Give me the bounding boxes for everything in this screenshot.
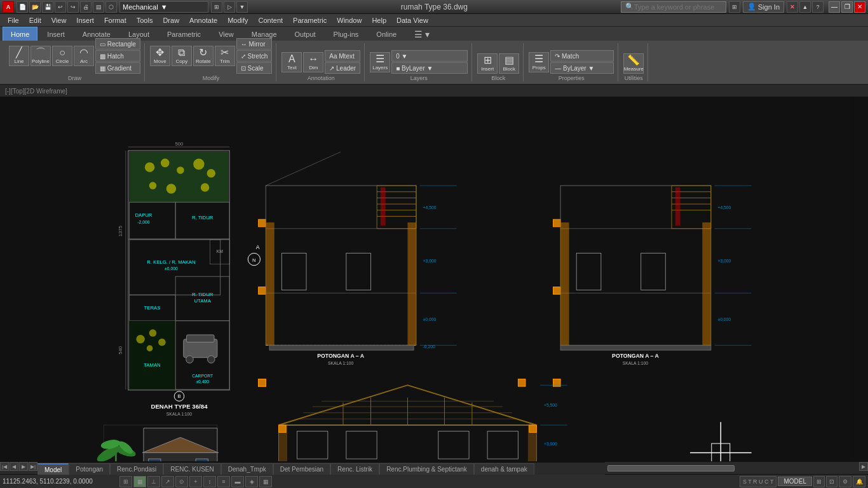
tab-extra[interactable]: ☰ ▾: [406, 27, 438, 41]
redo-icon[interactable]: ↪: [67, 1, 79, 13]
tab-denah-tmpk[interactable]: Denah_Tmpk: [221, 463, 273, 475]
tab-det-pembesian[interactable]: Det Pembesian: [273, 463, 330, 475]
search-input[interactable]: [634, 3, 722, 11]
open-icon[interactable]: 📂: [29, 1, 41, 13]
text-button[interactable]: A Text: [281, 52, 302, 72]
polyline-button[interactable]: ⌒ Polyline: [31, 46, 51, 66]
print-icon[interactable]: 🖨: [80, 1, 92, 13]
stretch-button[interactable]: ⤢ Stretch: [236, 50, 272, 62]
measure-button[interactable]: 📏 Measure: [623, 53, 644, 74]
linetype-selector[interactable]: — ByLayer ▼: [550, 62, 614, 74]
mtext-button[interactable]: Aa Mtext: [325, 50, 360, 62]
tab-nav-prev[interactable]: ◀: [10, 462, 18, 471]
tab-renc-kusen[interactable]: RENC. KUSEN: [163, 463, 220, 475]
workspace-selector[interactable]: Mechanical ▼: [119, 1, 208, 13]
gradient-button[interactable]: ▦ Gradient: [95, 62, 140, 74]
menu-format[interactable]: Format: [99, 14, 132, 27]
tab-output[interactable]: Output: [287, 27, 324, 41]
menu-view[interactable]: View: [46, 14, 72, 27]
icon4[interactable]: ⊞: [729, 1, 740, 13]
layers-button[interactable]: ☰ Layers: [370, 52, 390, 72]
maximize-button[interactable]: ❐: [841, 1, 853, 13]
3d-icon[interactable]: ⬡: [105, 1, 117, 13]
annot-scale-icon[interactable]: S T R U C T: [740, 476, 777, 487]
trim-button[interactable]: ✂ Trim: [215, 46, 235, 66]
icon2[interactable]: ▷: [224, 1, 235, 13]
tab-renc-pondasi[interactable]: Renc.Pondasi: [110, 463, 163, 475]
rectangle-button[interactable]: ▭ Rectangle: [95, 38, 140, 50]
match-props-button[interactable]: ↷ Match: [550, 50, 614, 62]
icon1[interactable]: ⊞: [211, 1, 222, 13]
icon3[interactable]: ▼: [236, 1, 248, 13]
search-box[interactable]: 🔍: [621, 1, 726, 13]
insert-block-button[interactable]: ⊞ Insert: [477, 53, 498, 74]
menu-insert[interactable]: Insert: [71, 14, 99, 27]
tab-renc-listrik[interactable]: Renc. Listrik: [330, 463, 379, 475]
polar-icon[interactable]: ↗: [161, 476, 174, 487]
leader-button[interactable]: ↗ Leader: [325, 62, 360, 74]
create-block-button[interactable]: ▤ Block: [499, 53, 519, 74]
menu-annotate[interactable]: Annotate: [184, 14, 222, 27]
close-app-icon[interactable]: ✕: [787, 1, 798, 13]
trans-icon[interactable]: ◈: [245, 476, 258, 487]
layer-selector[interactable]: 0 ▼: [391, 50, 468, 62]
menu-edit[interactable]: Edit: [24, 14, 46, 27]
scale-button[interactable]: ⊡ Scale: [236, 62, 272, 74]
menu-content[interactable]: Content: [254, 14, 288, 27]
menu-tools[interactable]: Tools: [132, 14, 158, 27]
tab-model[interactable]: Model: [37, 463, 69, 475]
info-icon[interactable]: ▲: [799, 1, 811, 13]
menu-parametric[interactable]: Parametric: [288, 14, 332, 27]
cad-canvas[interactable]: DAPUR -2,000 R. TIDUR R. KELG. / R. MAKA…: [0, 97, 868, 461]
menu-help[interactable]: Help: [367, 14, 391, 27]
mirror-button[interactable]: ↔ Mirror: [236, 38, 272, 50]
minimize-button[interactable]: —: [829, 1, 840, 13]
tab-potongan[interactable]: Potongan: [69, 463, 110, 475]
tab-online[interactable]: Online: [368, 27, 405, 41]
copy-button[interactable]: ⧉ Copy: [172, 46, 192, 66]
menu-modify[interactable]: Modify: [222, 14, 253, 27]
new-icon[interactable]: 📄: [17, 1, 28, 13]
ortho-icon[interactable]: ⊥: [147, 476, 160, 487]
osnap-icon[interactable]: ⊙: [175, 476, 188, 487]
snap-icon[interactable]: ⊞: [119, 476, 132, 487]
viewport-icon2[interactable]: ⊡: [826, 476, 837, 487]
hscroll-thumb[interactable]: [607, 465, 735, 471]
undo-icon[interactable]: ↩: [55, 1, 66, 13]
otrack-icon[interactable]: +: [189, 476, 202, 487]
tab-nav-first[interactable]: |◀: [0, 462, 9, 471]
lw-icon[interactable]: ▬: [231, 476, 244, 487]
notification-icon[interactable]: 🔔: [853, 476, 865, 487]
sign-in-button[interactable]: 👤 Sign In: [743, 1, 784, 13]
menu-draw[interactable]: Draw: [158, 14, 184, 27]
arc-button[interactable]: ◠ Arc: [74, 46, 94, 66]
tab-renc-plumbing[interactable]: Renc.Plumbing & Septictank: [379, 463, 474, 475]
grid-icon[interactable]: ▦: [133, 476, 146, 487]
save-icon[interactable]: 💾: [42, 1, 53, 13]
hscroll-right[interactable]: ▶: [859, 462, 868, 471]
menu-dataview[interactable]: Data View: [391, 14, 433, 27]
viewport-icon1[interactable]: ⊞: [813, 476, 825, 487]
tab-denah-tampak[interactable]: denah & tampak: [474, 463, 534, 475]
hatch-button[interactable]: ▩ Hatch: [95, 50, 140, 62]
help-icon[interactable]: ?: [812, 1, 824, 13]
move-button[interactable]: ✥ Move: [150, 46, 170, 66]
tab-nav-next[interactable]: ▶: [19, 462, 28, 471]
circle-button[interactable]: ○ Circle: [52, 46, 72, 66]
plot-icon[interactable]: ▤: [93, 1, 104, 13]
settings-icon[interactable]: ⚙: [839, 476, 851, 487]
line-button[interactable]: ╱ Line: [9, 46, 29, 66]
ducs-icon[interactable]: ↕: [203, 476, 216, 487]
workspace-dropdown-icon[interactable]: ▼: [161, 3, 168, 11]
tab-nav-last[interactable]: ▶|: [29, 462, 37, 471]
menu-file[interactable]: File: [3, 14, 24, 27]
properties-button[interactable]: ☰ Props: [529, 52, 549, 72]
tab-plugins[interactable]: Plug-ins: [325, 27, 367, 41]
menu-window[interactable]: Window: [332, 14, 367, 27]
rotate-button[interactable]: ↻ Rotate: [193, 46, 214, 66]
dimension-button[interactable]: ↔ Dim: [303, 52, 323, 72]
close-button[interactable]: ✕: [854, 1, 865, 13]
dyn-icon[interactable]: ≡: [217, 476, 230, 487]
color-selector[interactable]: ■ ByLayer ▼: [391, 62, 468, 74]
sel-icon[interactable]: ▦: [259, 476, 272, 487]
